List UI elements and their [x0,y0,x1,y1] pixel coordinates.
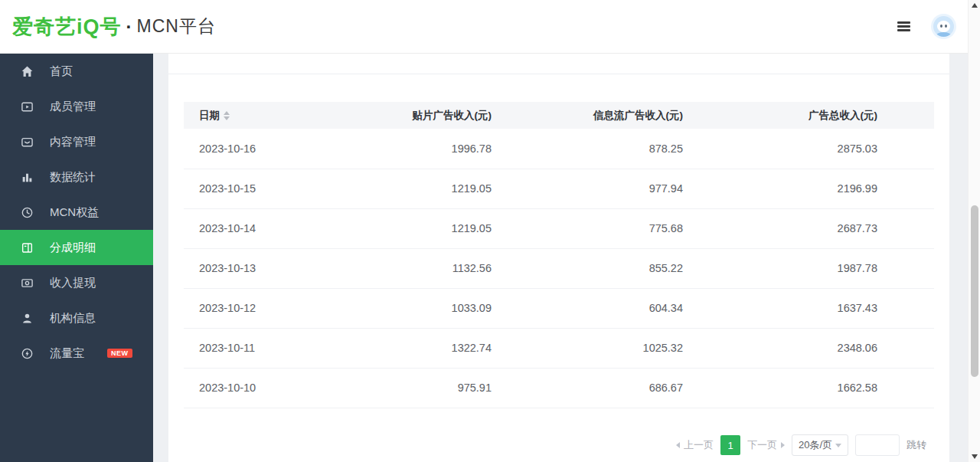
sidebar-item-traffic-bao[interactable]: 流量宝 NEW [0,336,153,371]
content-panel: 日期 贴片广告收入(元) 信息流广告收入(元) 广告总收入(元) 2023-10… [168,54,949,462]
logo-separator: · [126,16,132,38]
column-header-feed-ad: 信息流广告收入(元) [521,102,712,129]
table-row: 2023-10-12 1033.09 604.34 1637.43 [184,288,934,328]
clock-icon [21,206,34,219]
sidebar-item-content[interactable]: 内容管理 [0,124,153,159]
cell-feed: 686.67 [521,368,712,408]
content-icon [21,136,34,149]
cell-feed: 1025.32 [521,328,712,368]
cell-patch: 975.91 [337,368,521,408]
pagination: 上一页 1 下一页 20条/页 跳转 [676,434,926,456]
prev-page-button[interactable]: 上一页 [676,438,714,452]
sidebar-item-label: 数据统计 [50,170,96,185]
cell-patch: 1996.78 [337,129,521,169]
cell-date: 2023-10-15 [184,169,337,208]
cell-patch: 1132.56 [337,248,521,288]
cell-date: 2023-10-11 [184,328,337,368]
members-icon [21,100,34,113]
sidebar-item-label: 成员管理 [50,100,96,114]
revenue-table: 日期 贴片广告收入(元) 信息流广告收入(元) 广告总收入(元) 2023-10… [184,102,934,408]
cell-date: 2023-10-16 [184,129,337,169]
sidebar-item-revenue-share[interactable]: 分成明细 [0,230,153,265]
cell-feed: 977.94 [521,169,712,208]
table-row: 2023-10-14 1219.05 775.68 2687.73 [184,208,934,248]
app-logo: 爱奇艺iQ号 · MCN平台 [0,13,216,41]
sidebar-item-label: 收入提现 [50,276,96,290]
chevron-down-icon [835,444,841,447]
table-row: 2023-10-16 1996.78 878.25 2875.03 [184,129,934,169]
sidebar-item-org-info[interactable]: 机构信息 [0,300,153,336]
cell-total: 1637.43 [712,288,934,328]
logo-platform-text: MCN平台 [137,15,216,38]
cell-date: 2023-10-10 [184,368,337,408]
next-page-button[interactable]: 下一页 [747,438,785,452]
cell-feed: 855.22 [521,248,712,288]
chevron-right-icon [781,442,785,448]
jump-button[interactable]: 跳转 [906,438,926,452]
scroll-up-icon[interactable] [972,3,978,8]
scroll-down-icon[interactable] [972,454,978,459]
column-header-date[interactable]: 日期 [184,102,337,129]
cell-total: 1987.78 [712,248,934,288]
sidebar-item-label: 流量宝 [50,346,84,361]
cell-feed: 878.25 [521,129,712,169]
cell-date: 2023-10-12 [184,288,337,328]
cell-patch: 1219.05 [337,208,521,248]
vertical-scrollbar[interactable] [968,0,980,462]
cell-feed: 775.68 [521,208,712,248]
sidebar-item-stats[interactable]: 数据统计 [0,159,153,195]
cell-date: 2023-10-14 [184,208,337,248]
scrollbar-thumb[interactable] [971,205,978,377]
cell-total: 2196.99 [712,169,934,208]
cell-feed: 604.34 [521,288,712,328]
sidebar-item-mcn-rights[interactable]: MCN权益 [0,195,153,230]
stats-icon [21,171,34,184]
table-row: 2023-10-13 1132.56 855.22 1987.78 [184,248,934,288]
sort-caret-icon[interactable] [224,111,230,120]
sidebar-item-label: 分成明细 [50,241,96,255]
sidebar-item-withdraw[interactable]: 收入提现 [0,265,153,300]
cell-patch: 1033.09 [337,288,521,328]
sidebar-item-label: 内容管理 [50,135,96,149]
main-content: 日期 贴片广告收入(元) 信息流广告收入(元) 广告总收入(元) 2023-10… [153,54,980,462]
cell-total: 2875.03 [712,129,934,169]
column-header-total-ad: 广告总收入(元) [712,102,934,129]
cell-total: 2687.73 [712,208,934,248]
new-badge: NEW [107,349,132,358]
cell-total: 1662.58 [712,368,934,408]
column-header-patch-ad: 贴片广告收入(元) [337,102,521,129]
menu-icon[interactable] [897,21,910,31]
ledger-icon [21,241,34,254]
table-row: 2023-10-15 1219.05 977.94 2196.99 [184,169,934,208]
logo-brand-text: 爱奇艺iQ号 [12,13,122,41]
cell-date: 2023-10-13 [184,248,337,288]
chevron-left-icon [676,442,680,448]
sidebar-nav: 首页 成员管理 内容管理 数据统计 MCN权益 [0,54,153,462]
person-icon [21,312,34,325]
cell-total: 2348.06 [712,328,934,368]
user-avatar[interactable] [933,16,954,37]
sidebar-item-label: 机构信息 [50,311,96,326]
sidebar-item-label: 首页 [50,64,73,79]
jump-page-input[interactable] [855,434,900,456]
sidebar-item-home[interactable]: 首页 [0,54,153,89]
sidebar-item-label: MCN权益 [50,205,99,220]
lightning-icon [21,347,34,360]
cell-patch: 1219.05 [337,169,521,208]
table-row: 2023-10-11 1322.74 1025.32 2348.06 [184,328,934,368]
top-bar: 爱奇艺iQ号 · MCN平台 [0,0,980,54]
sidebar-item-members[interactable]: 成员管理 [0,89,153,124]
panel-divider [168,74,949,74]
table-header-row: 日期 贴片广告收入(元) 信息流广告收入(元) 广告总收入(元) [184,102,934,129]
page-size-select[interactable]: 20条/页 [792,434,848,456]
cell-patch: 1322.74 [337,328,521,368]
current-page-button[interactable]: 1 [720,435,740,455]
withdraw-icon [21,277,34,290]
home-icon [21,65,34,78]
table-row: 2023-10-10 975.91 686.67 1662.58 [184,368,934,408]
